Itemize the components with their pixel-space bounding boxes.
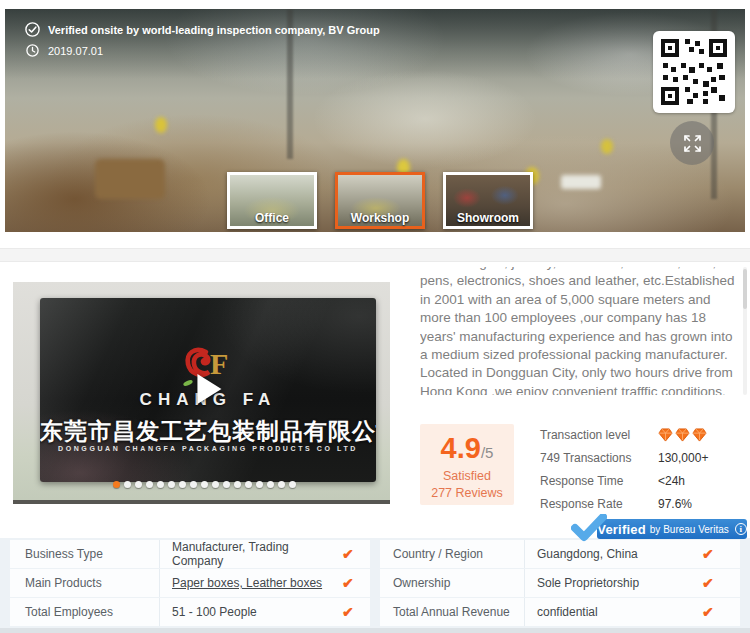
carousel-dot[interactable] — [190, 481, 197, 488]
carousel-dot[interactable] — [223, 481, 230, 488]
qr-code — [653, 31, 735, 113]
total-annual-revenue-value: confidential — [525, 598, 702, 626]
stat-label: Response Time — [540, 474, 658, 488]
tab-workshop[interactable]: Workshop — [335, 172, 425, 229]
total-annual-revenue-label: Total Annual Revenue — [380, 598, 525, 626]
table-row: Business Type Manufacturer, Trading Comp… — [10, 540, 740, 568]
rating-reviews-link[interactable]: 277 Reviews — [420, 485, 514, 502]
company-description-text: boxes for gifts, jewelry, cosmetics, wat… — [420, 267, 747, 395]
stat-row-transactions: 749 Transactions 130,000+ — [540, 446, 748, 469]
carousel-dot[interactable] — [201, 481, 208, 488]
video-card-detail — [13, 500, 390, 504]
carousel-dot[interactable] — [146, 481, 153, 488]
carousel-dot[interactable] — [278, 481, 285, 488]
check-icon — [702, 604, 714, 620]
supplier-profile-page: Verified onsite by world-leading inspect… — [0, 0, 750, 633]
carousel-dot[interactable] — [289, 481, 296, 488]
company-description[interactable]: boxes for gifts, jewelry, cosmetics, wat… — [420, 267, 747, 395]
badge-by-text: by Bureau Veritas — [650, 524, 729, 535]
tab-showroom[interactable]: Showroom — [443, 172, 533, 229]
tab-showroom-label: Showroom — [446, 211, 530, 225]
business-type-value: Manufacturer, Trading Company — [160, 540, 342, 568]
scrollbar-thumb[interactable] — [743, 269, 747, 309]
next-section-edge — [0, 628, 750, 633]
description-body: electronics, shoes and leather, etc.Esta… — [420, 273, 734, 395]
panorama-detail — [95, 159, 165, 199]
company-name-english: DONGGUAN CHANGFA PACKAGING PRODUCTS CO L… — [40, 445, 376, 452]
factory-panorama[interactable]: Verified onsite by world-leading inspect… — [5, 9, 745, 232]
total-employees-value: 51 - 100 People — [160, 598, 342, 626]
stat-value: 130,000+ — [658, 451, 708, 465]
carousel-dot[interactable] — [135, 481, 142, 488]
scrollbar-track[interactable] — [743, 267, 747, 395]
panorama-detail — [561, 175, 601, 189]
diamond-icon — [658, 428, 673, 442]
check-icon — [342, 604, 354, 620]
fullscreen-expand-button[interactable] — [670, 121, 714, 165]
carousel-dot[interactable] — [179, 481, 186, 488]
panorama-detail — [155, 117, 167, 133]
table-gap — [370, 569, 380, 597]
main-products-label: Main Products — [10, 569, 160, 597]
carousel-dot[interactable] — [157, 481, 164, 488]
stat-label: 749 Transactions — [540, 451, 658, 465]
diamond-icon — [692, 428, 707, 442]
tab-office[interactable]: Office — [227, 172, 317, 229]
rating-satisfied-label: Satisfied — [420, 468, 514, 485]
table-row: Main Products Paper boxes, Leather boxes… — [10, 569, 740, 597]
diamond-icon — [675, 428, 690, 442]
rating-score-value: 4.9 — [441, 432, 481, 464]
transaction-level-diamonds — [658, 428, 707, 442]
stat-value: 97.6% — [658, 497, 692, 511]
video-screen[interactable]: F CHANG FA 东莞市昌发工艺包装制品有限公司 DONGGUAN CHAN… — [40, 298, 376, 482]
check-icon — [702, 546, 714, 562]
verified-stamp-icon — [25, 22, 40, 37]
view-tabs: Office Workshop Showroom — [227, 172, 533, 229]
company-name-chinese: 东莞市昌发工艺包装制品有限公司 — [40, 416, 376, 447]
table-row: Total Employees 51 - 100 People Total An… — [10, 598, 740, 626]
diamond-icon — [675, 428, 690, 442]
rating-score: 4.9/5 — [420, 433, 514, 468]
verified-onsite-row: Verified onsite by world-leading inspect… — [25, 22, 380, 37]
bureau-veritas-badge[interactable]: Verified by Bureau Veritas — [597, 519, 747, 539]
company-video-card[interactable]: F CHANG FA 东莞市昌发工艺包装制品有限公司 DONGGUAN CHAN… — [13, 282, 390, 504]
carousel-dot[interactable] — [234, 481, 241, 488]
carousel-dot[interactable] — [245, 481, 252, 488]
stat-value: <24h — [658, 474, 685, 488]
tab-workshop-label: Workshop — [338, 211, 422, 225]
carousel-dot[interactable] — [168, 481, 175, 488]
tab-office-label: Office — [230, 211, 314, 225]
carousel-dot[interactable] — [113, 481, 120, 488]
badge-check-icon — [571, 514, 607, 542]
carousel-dots — [113, 481, 296, 488]
main-products-link[interactable]: Paper boxes, Leather boxes — [172, 576, 322, 590]
total-employees-label: Total Employees — [10, 598, 160, 626]
clock-icon — [25, 43, 40, 58]
carousel-dot[interactable] — [267, 481, 274, 488]
play-icon[interactable] — [197, 374, 221, 404]
carousel-dot[interactable] — [256, 481, 263, 488]
section-divider — [0, 248, 750, 262]
verification-date: 2019.07.01 — [48, 45, 103, 57]
carousel-dot[interactable] — [124, 481, 131, 488]
ownership-value: Sole Proprietorship — [525, 569, 702, 597]
rating-box[interactable]: 4.9/5 Satisfied 277 Reviews — [420, 424, 514, 505]
rating-out-of: /5 — [481, 444, 494, 461]
diamond-icon — [692, 428, 707, 442]
panorama-detail — [601, 139, 613, 154]
info-icon[interactable] — [735, 523, 747, 535]
stat-row-response-time: Response Time <24h — [540, 469, 748, 492]
company-info-table: Business Type Manufacturer, Trading Comp… — [0, 538, 750, 628]
panorama-top-shade — [5, 9, 745, 79]
stat-row-transaction-level: Transaction level — [540, 423, 748, 446]
ownership-label: Ownership — [380, 569, 525, 597]
table-gap — [370, 540, 380, 568]
carousel-dot[interactable] — [212, 481, 219, 488]
stat-label: Response Rate — [540, 497, 658, 511]
stat-label: Transaction level — [540, 428, 658, 442]
check-icon — [342, 575, 354, 591]
verified-onsite-text: Verified onsite by world-leading inspect… — [48, 24, 380, 36]
diamond-icon — [658, 428, 673, 442]
business-type-label: Business Type — [10, 540, 160, 568]
expand-icon — [683, 134, 702, 153]
